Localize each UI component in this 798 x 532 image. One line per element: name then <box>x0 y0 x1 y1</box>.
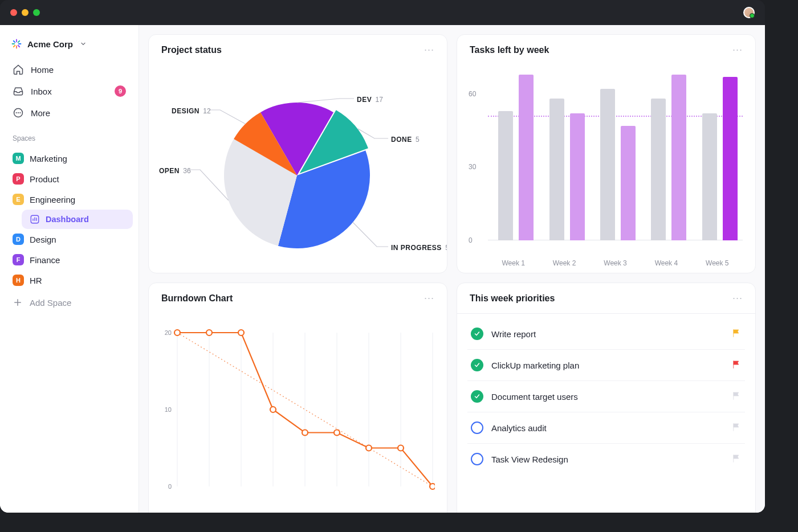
task-check-todo-icon[interactable] <box>471 421 483 434</box>
priority-flag-icon[interactable] <box>731 328 742 340</box>
dashboard-icon <box>30 214 40 224</box>
bar <box>651 99 666 240</box>
task-label: ClickUp marketing plan <box>491 361 579 370</box>
bar <box>723 77 738 240</box>
bar-xlabel: Week 1 <box>502 259 524 267</box>
spaces-section-label: Spaces <box>6 124 133 147</box>
pie-label-done: DONE 5 <box>391 136 420 144</box>
space-label: HR <box>30 276 42 285</box>
svg-point-10 <box>18 112 19 113</box>
nav-home[interactable]: Home <box>6 59 133 80</box>
bar <box>621 126 636 240</box>
maximize-window-button[interactable] <box>33 9 40 16</box>
nav-more[interactable]: More <box>6 103 133 123</box>
card-priorities: This week priorities ··· Write report Cl… <box>457 283 756 513</box>
svg-point-31 <box>366 445 372 451</box>
svg-point-26 <box>206 330 212 335</box>
card-more-button[interactable]: ··· <box>732 292 743 304</box>
sidebar: Acme Corp Home Inbox 9 <box>0 25 139 513</box>
task-check-done-icon[interactable] <box>471 390 483 403</box>
plus-icon <box>13 297 23 308</box>
pie-chart: DEV 17DONE 5IN PROGRESS 5OPEN 36DESIGN 1… <box>149 62 447 273</box>
space-item-product[interactable]: P Product <box>6 169 133 189</box>
svg-point-25 <box>174 330 180 335</box>
svg-point-33 <box>430 484 435 489</box>
add-space-button[interactable]: Add Space <box>6 292 133 313</box>
pie-label-design: DESIGN 12 <box>172 107 211 115</box>
bar-xlabel: Week 3 <box>604 259 626 267</box>
bar <box>498 111 513 240</box>
clickup-logo-icon <box>11 39 22 49</box>
bar-xlabel: Week 5 <box>706 259 728 267</box>
space-sub-label: Dashboard <box>46 215 89 224</box>
nav-more-label: More <box>31 108 50 118</box>
bar-group <box>493 75 539 240</box>
priority-flag-icon[interactable] <box>731 359 742 371</box>
space-avatar: D <box>13 234 24 245</box>
bar-group <box>544 99 589 240</box>
space-label: Product <box>30 174 59 184</box>
priority-flag-icon[interactable] <box>731 422 742 434</box>
space-avatar: F <box>13 254 24 265</box>
svg-text:0: 0 <box>168 483 172 490</box>
card-more-button[interactable]: ··· <box>424 292 434 304</box>
space-avatar: M <box>13 153 24 164</box>
bar-xlabel: Week 2 <box>553 259 576 267</box>
bar-ytick: 30 <box>469 163 476 171</box>
inbox-badge: 9 <box>115 85 126 97</box>
card-tasks-left: Tasks left by week ··· 03060 <box>457 34 756 273</box>
close-window-button[interactable] <box>10 9 17 16</box>
bar-ytick: 0 <box>469 236 473 244</box>
space-item-engineering[interactable]: E Engineering <box>6 189 133 210</box>
svg-point-32 <box>398 445 404 451</box>
space-label: Finance <box>30 255 60 265</box>
space-item-hr[interactable]: H HR <box>6 270 133 290</box>
pie-label-dev: DEV 17 <box>357 96 383 104</box>
svg-point-29 <box>302 430 308 436</box>
task-check-done-icon[interactable] <box>471 328 483 340</box>
task-row[interactable]: Document target users <box>467 381 745 412</box>
priority-flag-icon[interactable] <box>731 453 742 465</box>
space-avatar: P <box>13 173 24 185</box>
space-item-finance[interactable]: F Finance <box>6 249 133 270</box>
svg-text:10: 10 <box>165 406 172 413</box>
bar <box>519 75 534 240</box>
task-check-done-icon[interactable] <box>471 359 483 371</box>
pie-label-open: OPEN 36 <box>159 167 191 175</box>
task-label: Write report <box>491 329 536 339</box>
card-title: Burndown Chart <box>161 293 233 304</box>
nav-inbox[interactable]: Inbox 9 <box>6 81 133 101</box>
bar <box>702 113 717 240</box>
bar <box>600 89 615 240</box>
task-label: Task View Redesign <box>491 455 568 464</box>
workspace-switcher[interactable]: Acme Corp <box>6 35 133 52</box>
pie-label-in-progress: IN PROGRESS 5 <box>391 244 447 252</box>
user-avatar[interactable] <box>743 7 755 18</box>
card-more-button[interactable]: ··· <box>732 44 743 56</box>
card-project-status: Project status ··· DEV 17DONE 5IN PROGRE… <box>148 34 447 273</box>
bar <box>549 99 564 240</box>
task-row[interactable]: ClickUp marketing plan <box>467 350 745 381</box>
svg-point-9 <box>16 112 17 113</box>
svg-line-7 <box>18 41 20 43</box>
chevron-down-icon <box>80 40 87 47</box>
svg-point-11 <box>19 112 21 113</box>
task-check-todo-icon[interactable] <box>471 453 483 465</box>
task-row[interactable]: Analytics audit <box>467 412 745 444</box>
space-item-design[interactable]: D Design <box>6 229 133 249</box>
task-row[interactable]: Task View Redesign <box>467 444 745 474</box>
svg-line-4 <box>14 41 15 43</box>
card-more-button[interactable]: ··· <box>424 44 434 56</box>
task-row[interactable]: Write report <box>467 318 745 350</box>
priority-flag-icon[interactable] <box>731 391 742 403</box>
space-sub-dashboard[interactable]: Dashboard <box>22 210 133 229</box>
bar-xlabel: Week 4 <box>655 259 678 267</box>
more-icon <box>13 107 24 118</box>
task-label: Analytics audit <box>491 423 547 433</box>
bar <box>671 75 686 240</box>
space-label: Design <box>30 235 56 244</box>
task-label: Document target users <box>491 392 578 402</box>
space-item-marketing[interactable]: M Marketing <box>6 148 133 169</box>
minimize-window-button[interactable] <box>22 9 28 16</box>
svg-point-30 <box>334 430 340 436</box>
